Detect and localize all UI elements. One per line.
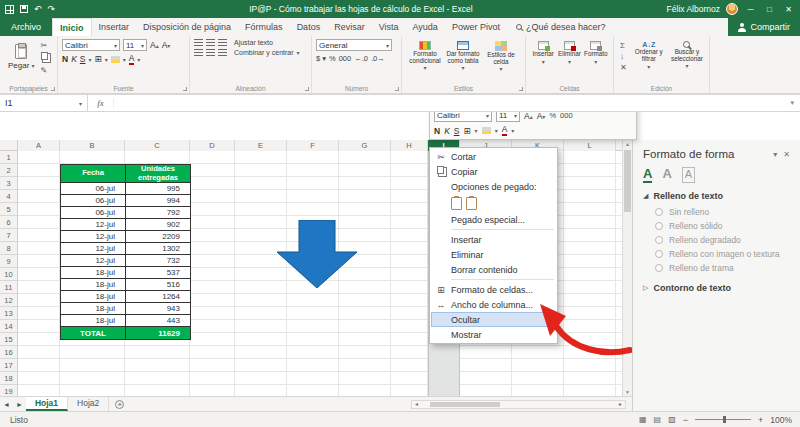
align-top-icon[interactable] <box>194 39 203 46</box>
ribbon-tab-revisar[interactable]: Revisar <box>327 18 372 36</box>
increase-font-icon[interactable]: A▴ <box>524 111 533 121</box>
row-header-15[interactable]: 15 <box>0 333 18 346</box>
total-value-cell[interactable]: 11629 <box>126 327 191 340</box>
undo-icon[interactable]: ↶ <box>34 5 42 14</box>
row-header-19[interactable]: 19 <box>0 385 18 396</box>
cell-date[interactable]: 18-jul <box>61 267 126 279</box>
font-color-icon[interactable]: A <box>502 125 508 136</box>
radio-option-relleno-degradado[interactable]: Relleno degradado <box>643 233 790 247</box>
blue-down-arrow-shape[interactable] <box>277 220 357 288</box>
pane-section-relleno-de-texto[interactable]: ◢Relleno de texto <box>643 191 790 201</box>
new-sheet-icon[interactable]: + <box>115 400 124 409</box>
text-effects-tab-icon[interactable]: A <box>662 167 671 183</box>
normal-view-icon[interactable]: ▦ <box>639 415 647 424</box>
zoom-level[interactable]: 100% <box>770 415 792 425</box>
formula-input[interactable] <box>114 95 784 111</box>
header-fecha[interactable]: Fecha <box>61 165 126 183</box>
cell-date[interactable]: 12-jul <box>61 231 126 243</box>
format-cells-button[interactable]: Formato ▾ <box>583 39 609 67</box>
align-left-icon[interactable] <box>194 49 203 56</box>
align-middle-icon[interactable] <box>206 39 215 46</box>
cell-units[interactable]: 537 <box>126 267 191 279</box>
cell-units[interactable]: 516 <box>126 279 191 291</box>
cell-units[interactable]: 443 <box>126 315 191 327</box>
ribbon-tab-formulas[interactable]: Fórmulas <box>238 18 290 36</box>
conditional-formatting-button[interactable]: Formato condicional ▾ <box>406 39 444 75</box>
cell-units[interactable]: 2209 <box>126 231 191 243</box>
percent-style-icon[interactable]: % <box>329 54 336 63</box>
increase-font-icon[interactable]: A▴ <box>150 40 159 50</box>
align-center-icon[interactable] <box>206 49 215 56</box>
save-icon[interactable] <box>20 5 28 13</box>
cell-date[interactable]: 18-jul <box>61 291 126 303</box>
borders-icon[interactable]: ⊞ <box>95 54 102 64</box>
ribbon-tab-vista[interactable]: Vista <box>372 18 406 36</box>
row-header-11[interactable]: 11 <box>0 281 18 294</box>
font-color-icon[interactable]: A <box>129 54 135 65</box>
column-header-e[interactable]: E <box>235 140 287 151</box>
bold-button[interactable]: N <box>62 54 68 64</box>
menu-item-pegado-especial[interactable]: Pegado especial... <box>431 212 556 227</box>
cell-units[interactable]: 792 <box>126 207 191 219</box>
underline-button[interactable]: S <box>80 54 86 64</box>
fill-down-icon[interactable]: ↓ <box>620 52 627 61</box>
sheet-tab-hoja2[interactable]: Hoja2 <box>68 397 109 411</box>
chevron-down-icon[interactable]: ▾ <box>475 127 478 134</box>
cell-units[interactable]: 1302 <box>126 243 191 255</box>
chevron-down-icon[interactable]: ▾ <box>297 49 300 56</box>
column-header-d[interactable]: D <box>190 140 235 151</box>
row-header-12[interactable]: 12 <box>0 294 18 307</box>
cell-date[interactable]: 18-jul <box>61 315 126 327</box>
cell-date[interactable]: 18-jul <box>61 303 126 315</box>
fill-color-icon[interactable] <box>482 127 491 134</box>
menu-item-formato-de-celdas[interactable]: ⊞Formato de celdas... <box>431 282 556 297</box>
sheet-nav-right-icon[interactable]: ► <box>13 401 26 408</box>
cell-units[interactable]: 1264 <box>126 291 191 303</box>
row-header-14[interactable]: 14 <box>0 320 18 333</box>
row-header-5[interactable]: 5 <box>0 203 18 216</box>
ribbon-tab-inicio[interactable]: Inicio <box>52 18 92 36</box>
cell-date[interactable]: 06-jul <box>61 195 126 207</box>
row-header-10[interactable]: 10 <box>0 268 18 281</box>
font-name-combo[interactable]: Calibri▾ <box>62 39 120 51</box>
format-as-table-button[interactable]: Dar formato como tabla ▾ <box>444 39 482 75</box>
ribbon-tab-datos[interactable]: Datos <box>290 18 328 36</box>
zoom-out-icon[interactable]: − <box>683 415 688 425</box>
dialog-launcher-icon[interactable] <box>395 87 399 91</box>
bold-button[interactable]: N <box>434 126 440 136</box>
currency-format-icon[interactable]: $ ▾ <box>316 54 326 63</box>
column-header-h[interactable]: H <box>391 140 428 151</box>
copy-icon[interactable] <box>41 52 50 64</box>
menu-item-cortar[interactable]: ✂Cortar <box>431 149 556 164</box>
cell-units[interactable]: 943 <box>126 303 191 315</box>
ribbon-tab-ayuda[interactable]: Ayuda <box>406 18 445 36</box>
expand-formula-bar-icon[interactable]: ▾ <box>784 99 800 107</box>
row-header-9[interactable]: 9 <box>0 255 18 268</box>
cell-styles-button[interactable]: Estilos de celda ▾ <box>482 39 520 75</box>
textbox-tab-icon[interactable]: A <box>682 167 695 183</box>
close-icon[interactable]: ✕ <box>782 5 795 14</box>
pane-options-icon[interactable]: ▾ <box>773 150 777 159</box>
paste-button[interactable]: Pegar ▾ <box>4 39 39 75</box>
scroll-down-icon[interactable]: ▼ <box>623 389 632 395</box>
decrease-font-icon[interactable]: A▾ <box>537 111 546 121</box>
avatar[interactable] <box>726 3 738 15</box>
page-layout-view-icon[interactable]: ▤ <box>654 415 662 424</box>
menu-item-borrar-contenido[interactable]: Borrar contenido <box>431 262 556 277</box>
menu-item-copiar[interactable]: Copiar <box>431 164 556 179</box>
wrap-text-button[interactable]: Ajustar texto <box>234 39 273 46</box>
total-label-cell[interactable]: TOTAL <box>61 327 126 340</box>
italic-button[interactable]: K <box>444 126 450 136</box>
pane-close-icon[interactable]: ✕ <box>783 150 790 159</box>
cut-icon[interactable]: ✂ <box>41 41 50 50</box>
ribbon-tab-insertar[interactable]: Insertar <box>92 18 137 36</box>
radio-option-relleno-de-trama[interactable]: Relleno de trama <box>643 261 790 275</box>
insert-function-icon[interactable]: fx <box>88 98 114 108</box>
radio-option-relleno-con-imagen-o-textura[interactable]: Relleno con imagen o textura <box>643 247 790 261</box>
align-bottom-icon[interactable] <box>218 39 227 46</box>
chevron-down-icon[interactable]: ▾ <box>105 56 108 63</box>
comma-style-icon[interactable]: 000 <box>560 111 573 120</box>
dialog-launcher-icon[interactable] <box>305 87 309 91</box>
column-header-a[interactable]: A <box>18 140 60 151</box>
menu-item-eliminar[interactable]: Eliminar <box>431 247 556 262</box>
